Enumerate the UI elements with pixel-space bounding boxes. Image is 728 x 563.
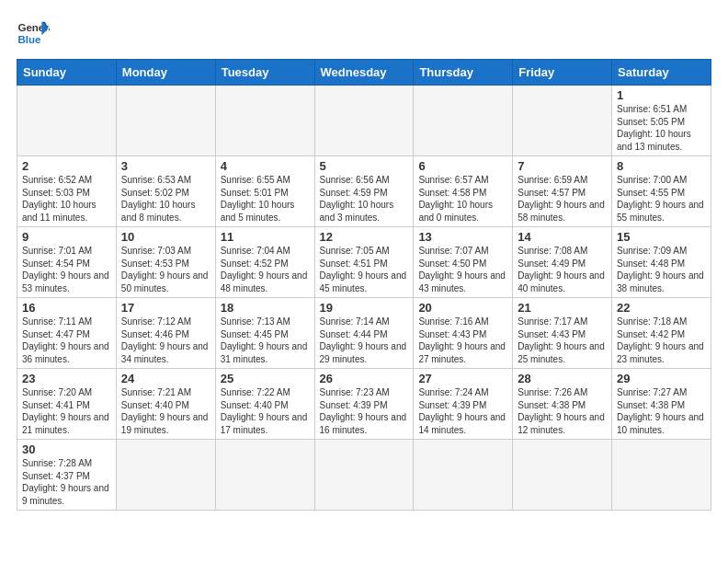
day-number: 5	[320, 159, 409, 173]
calendar-cell: 28Sunrise: 7:26 AM Sunset: 4:38 PM Dayli…	[513, 369, 612, 440]
day-number: 3	[121, 159, 210, 173]
generalblue-logo-icon: General Blue	[17, 17, 50, 50]
calendar-cell	[314, 86, 414, 156]
calendar-cell	[314, 440, 414, 511]
day-number: 19	[320, 301, 409, 315]
calendar-cell: 22Sunrise: 7:18 AM Sunset: 4:42 PM Dayli…	[612, 298, 711, 369]
day-number: 21	[518, 301, 607, 315]
day-info: Sunrise: 7:22 AM Sunset: 4:40 PM Dayligh…	[221, 386, 310, 436]
day-number: 14	[518, 230, 607, 244]
day-number: 9	[22, 230, 111, 244]
calendar-cell	[414, 86, 513, 156]
day-info: Sunrise: 7:28 AM Sunset: 4:37 PM Dayligh…	[22, 457, 111, 507]
day-number: 23	[22, 372, 111, 385]
day-number: 18	[221, 301, 310, 315]
calendar-cell: 23Sunrise: 7:20 AM Sunset: 4:41 PM Dayli…	[17, 369, 117, 440]
day-info: Sunrise: 7:08 AM Sunset: 4:49 PM Dayligh…	[518, 245, 607, 294]
day-number: 29	[617, 372, 706, 385]
day-info: Sunrise: 7:01 AM Sunset: 4:54 PM Dayligh…	[22, 245, 111, 294]
calendar-cell: 30Sunrise: 7:28 AM Sunset: 4:37 PM Dayli…	[17, 440, 117, 511]
day-number: 15	[617, 230, 706, 244]
calendar-cell: 15Sunrise: 7:09 AM Sunset: 4:48 PM Dayli…	[612, 227, 711, 298]
calendar-cell: 27Sunrise: 7:24 AM Sunset: 4:39 PM Dayli…	[414, 369, 513, 440]
day-info: Sunrise: 7:17 AM Sunset: 4:43 PM Dayligh…	[518, 316, 607, 365]
day-info: Sunrise: 7:07 AM Sunset: 4:50 PM Dayligh…	[418, 245, 507, 294]
calendar-cell: 7Sunrise: 6:59 AM Sunset: 4:57 PM Daylig…	[513, 156, 612, 227]
header-wednesday: Wednesday	[314, 60, 414, 86]
calendar-cell	[17, 86, 117, 156]
logo: General Blue	[17, 17, 51, 50]
day-number: 6	[418, 159, 507, 173]
day-info: Sunrise: 7:26 AM Sunset: 4:38 PM Dayligh…	[518, 386, 607, 436]
day-info: Sunrise: 7:04 AM Sunset: 4:52 PM Dayligh…	[221, 245, 310, 294]
day-info: Sunrise: 7:00 AM Sunset: 4:55 PM Dayligh…	[617, 174, 706, 224]
header-saturday: Saturday	[612, 60, 711, 86]
calendar-cell: 4Sunrise: 6:55 AM Sunset: 5:01 PM Daylig…	[215, 156, 314, 227]
day-number: 10	[121, 230, 210, 244]
calendar-cell	[513, 86, 612, 156]
calendar-cell: 3Sunrise: 6:53 AM Sunset: 5:02 PM Daylig…	[116, 156, 215, 227]
calendar-cell: 2Sunrise: 6:52 AM Sunset: 5:03 PM Daylig…	[17, 156, 117, 227]
day-number: 7	[518, 159, 607, 173]
calendar-cell	[116, 86, 215, 156]
day-info: Sunrise: 7:13 AM Sunset: 4:45 PM Dayligh…	[221, 316, 310, 365]
calendar-cell: 19Sunrise: 7:14 AM Sunset: 4:44 PM Dayli…	[314, 298, 414, 369]
calendar-cell	[513, 440, 612, 511]
calendar-cell: 11Sunrise: 7:04 AM Sunset: 4:52 PM Dayli…	[215, 227, 314, 298]
page: General Blue Sunday Monday Tuesday Wedne…	[0, 0, 728, 563]
header-tuesday: Tuesday	[215, 60, 314, 86]
day-info: Sunrise: 7:09 AM Sunset: 4:48 PM Dayligh…	[617, 245, 706, 294]
calendar-cell: 9Sunrise: 7:01 AM Sunset: 4:54 PM Daylig…	[17, 227, 117, 298]
day-number: 20	[418, 301, 507, 315]
day-number: 30	[22, 442, 111, 456]
calendar-cell	[215, 440, 314, 511]
day-info: Sunrise: 7:24 AM Sunset: 4:39 PM Dayligh…	[418, 386, 507, 436]
calendar-cell: 1Sunrise: 6:51 AM Sunset: 5:05 PM Daylig…	[612, 86, 711, 156]
day-info: Sunrise: 6:51 AM Sunset: 5:05 PM Dayligh…	[617, 103, 706, 153]
day-number: 22	[617, 301, 706, 315]
day-number: 11	[221, 230, 310, 244]
calendar-cell: 14Sunrise: 7:08 AM Sunset: 4:49 PM Dayli…	[513, 227, 612, 298]
calendar-cell: 25Sunrise: 7:22 AM Sunset: 4:40 PM Dayli…	[215, 369, 314, 440]
day-number: 4	[221, 159, 310, 173]
day-info: Sunrise: 7:12 AM Sunset: 4:46 PM Dayligh…	[121, 316, 210, 365]
day-info: Sunrise: 7:20 AM Sunset: 4:41 PM Dayligh…	[22, 386, 111, 436]
day-number: 16	[22, 301, 111, 315]
calendar-header-row: Sunday Monday Tuesday Wednesday Thursday…	[17, 60, 711, 86]
calendar-cell: 18Sunrise: 7:13 AM Sunset: 4:45 PM Dayli…	[215, 298, 314, 369]
day-number: 26	[320, 372, 409, 385]
day-number: 8	[617, 159, 706, 173]
day-info: Sunrise: 7:03 AM Sunset: 4:53 PM Dayligh…	[121, 245, 210, 294]
calendar-cell: 5Sunrise: 6:56 AM Sunset: 4:59 PM Daylig…	[314, 156, 414, 227]
calendar-cell: 12Sunrise: 7:05 AM Sunset: 4:51 PM Dayli…	[314, 227, 414, 298]
day-number: 1	[617, 88, 706, 102]
day-number: 24	[121, 372, 210, 385]
calendar-cell: 20Sunrise: 7:16 AM Sunset: 4:43 PM Dayli…	[414, 298, 513, 369]
day-number: 25	[221, 372, 310, 385]
header: General Blue	[17, 17, 711, 50]
calendar-cell: 21Sunrise: 7:17 AM Sunset: 4:43 PM Dayli…	[513, 298, 612, 369]
calendar-cell: 16Sunrise: 7:11 AM Sunset: 4:47 PM Dayli…	[17, 298, 117, 369]
calendar-cell	[215, 86, 314, 156]
day-number: 27	[418, 372, 507, 385]
day-number: 13	[418, 230, 507, 244]
day-info: Sunrise: 6:59 AM Sunset: 4:57 PM Dayligh…	[518, 174, 607, 224]
day-info: Sunrise: 6:57 AM Sunset: 4:58 PM Dayligh…	[418, 174, 507, 224]
day-info: Sunrise: 7:18 AM Sunset: 4:42 PM Dayligh…	[617, 316, 706, 365]
header-thursday: Thursday	[414, 60, 513, 86]
day-info: Sunrise: 7:14 AM Sunset: 4:44 PM Dayligh…	[320, 316, 409, 365]
header-sunday: Sunday	[17, 60, 117, 86]
day-info: Sunrise: 6:52 AM Sunset: 5:03 PM Dayligh…	[22, 174, 111, 224]
calendar-cell: 17Sunrise: 7:12 AM Sunset: 4:46 PM Dayli…	[116, 298, 215, 369]
calendar-table: Sunday Monday Tuesday Wednesday Thursday…	[17, 59, 711, 511]
calendar-cell	[116, 440, 215, 511]
calendar-cell	[414, 440, 513, 511]
calendar-cell: 29Sunrise: 7:27 AM Sunset: 4:38 PM Dayli…	[612, 369, 711, 440]
day-info: Sunrise: 7:05 AM Sunset: 4:51 PM Dayligh…	[320, 245, 409, 294]
day-info: Sunrise: 7:11 AM Sunset: 4:47 PM Dayligh…	[22, 316, 111, 365]
header-monday: Monday	[116, 60, 215, 86]
calendar-cell: 8Sunrise: 7:00 AM Sunset: 4:55 PM Daylig…	[612, 156, 711, 227]
header-friday: Friday	[513, 60, 612, 86]
day-info: Sunrise: 7:27 AM Sunset: 4:38 PM Dayligh…	[617, 386, 706, 436]
calendar-cell: 24Sunrise: 7:21 AM Sunset: 4:40 PM Dayli…	[116, 369, 215, 440]
